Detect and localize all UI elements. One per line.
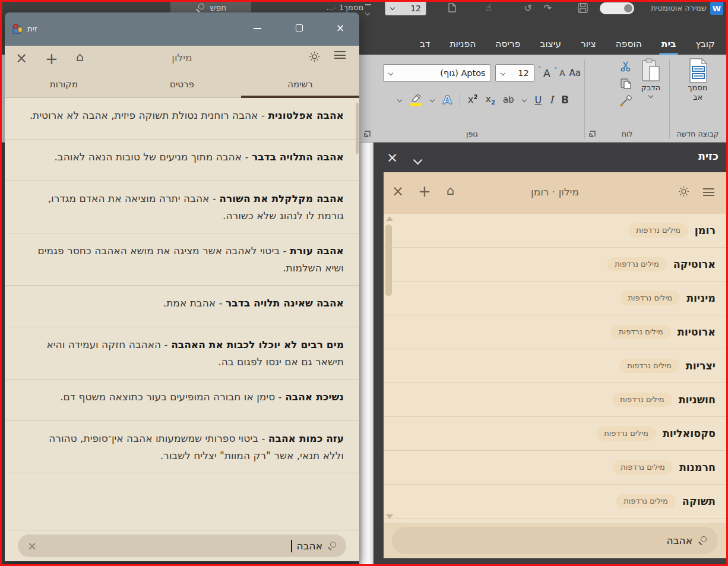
- cut-button[interactable]: [620, 61, 632, 72]
- tab-details[interactable]: פרטים: [123, 71, 241, 97]
- zayit-app-icon: [12, 24, 23, 34]
- menu-icon[interactable]: [334, 51, 346, 59]
- format-painter-button[interactable]: [619, 95, 632, 107]
- scroll-up-icon[interactable]: [386, 216, 393, 221]
- maximize-button[interactable]: [292, 22, 307, 34]
- paste-button[interactable]: הדבק: [641, 58, 661, 98]
- copy-icon: [620, 78, 632, 90]
- tab-references[interactable]: הפניות: [450, 39, 476, 49]
- definition-row[interactable]: עזה כמות אהבה - ביטוי ספרותי שמשמעותו אה…: [5, 421, 359, 473]
- highlight-chevron-icon[interactable]: [430, 98, 435, 102]
- synonyms-badge: מילים נרדפות: [596, 426, 656, 441]
- qat-overflow-icon[interactable]: [365, 4, 371, 18]
- font-dialog-launcher-icon[interactable]: [363, 131, 371, 138]
- font-size-combobox[interactable]: 12: [495, 64, 534, 82]
- synonym-word: סקסואליות: [663, 428, 716, 439]
- definition-row[interactable]: מים רבים לא יוכלו לכבות את האהבה - האהבה…: [5, 327, 359, 380]
- copy-button[interactable]: [620, 78, 632, 90]
- strikethrough-button[interactable]: ab: [503, 94, 514, 105]
- definition-row[interactable]: אהבה אפלטונית - אהבה רוחנית נטולת תשוקה …: [5, 98, 359, 140]
- tab-file[interactable]: קובץ: [695, 39, 715, 49]
- definition-term: מים רבים לא יוכלו לכבות את האהבה: [171, 339, 344, 350]
- definition-row[interactable]: אהבה עורת - ביטוי לאהבה אשר מציגה את מוש…: [5, 233, 359, 286]
- pane-toolbar: × + ⌂ מילון · רומן: [384, 172, 726, 214]
- scissors-icon: [620, 61, 632, 72]
- scrollbar-thumb[interactable]: [356, 103, 359, 154]
- zayit-toolbar-title: מילון: [5, 52, 359, 64]
- synonym-word: מיניות: [686, 292, 716, 304]
- change-case-button[interactable]: Aa: [569, 68, 581, 78]
- scrollbar-thumb[interactable]: [385, 224, 392, 296]
- synonym-row[interactable]: יצריות מילים נרדפות: [384, 349, 726, 383]
- clear-search-icon[interactable]: ×: [27, 539, 37, 552]
- ribbon-group-new: מסמך אב קבוצה חדשה: [670, 58, 726, 142]
- definition-text: - סימן או חבורה המופיעים בעור כתוצאה משט…: [60, 391, 282, 403]
- text-effects-button[interactable]: A: [443, 93, 452, 107]
- synonyms-badge: מילים נרדפות: [619, 359, 679, 373]
- pane-options-chevron-icon[interactable]: [414, 154, 422, 165]
- font-size-value: 12: [518, 68, 528, 78]
- superscript-button[interactable]: x2: [468, 94, 477, 105]
- touch-mode-icon[interactable]: ☝: [486, 2, 492, 13]
- tab-list[interactable]: רשימה: [241, 71, 359, 97]
- synonym-row[interactable]: סקסואליות מילים נרדפות: [384, 417, 726, 451]
- master-document-button[interactable]: מסמך אב: [687, 58, 708, 103]
- synonym-row[interactable]: רומן מילים נרדפות: [384, 214, 726, 248]
- grow-font-button[interactable]: A˄: [539, 67, 550, 80]
- zayit-titlebar[interactable]: זית ×: [5, 12, 359, 46]
- save-icon[interactable]: [578, 3, 588, 13]
- synonym-word: יצריות: [686, 360, 716, 372]
- tab-mailings[interactable]: דב: [420, 39, 430, 49]
- redo-icon[interactable]: ↷: [544, 2, 552, 14]
- pane-header: כזית ×: [374, 143, 726, 172]
- autosave-toggle[interactable]: [600, 2, 634, 14]
- theme-sun-icon[interactable]: [678, 186, 689, 197]
- synonym-row[interactable]: חרמנות מילים נרדפות: [384, 451, 726, 485]
- underline-chevron-icon[interactable]: [522, 98, 527, 102]
- close-pane-icon[interactable]: ×: [387, 150, 398, 165]
- synonym-row[interactable]: ארוטיקה מילים נרדפות: [384, 248, 726, 282]
- shrink-font-button[interactable]: A˅: [555, 68, 565, 78]
- theme-sun-icon[interactable]: [309, 51, 320, 62]
- synonym-word: רומן: [695, 224, 716, 236]
- undo-icon[interactable]: ↺: [524, 2, 532, 14]
- tab-layout[interactable]: פריסה: [495, 39, 520, 49]
- tab-design[interactable]: עיצוב: [540, 39, 561, 49]
- divider: [460, 93, 460, 107]
- synonym-row[interactable]: ארוטיות מילים נרדפות: [384, 315, 726, 349]
- zayit-window-title: זית: [27, 24, 37, 33]
- menu-icon[interactable]: [703, 188, 714, 196]
- paste-icon: [641, 58, 661, 83]
- definition-row[interactable]: נשיכת אהבה - סימן או חבורה המופיעים בעור…: [5, 380, 359, 421]
- subscript-button[interactable]: x2: [485, 93, 495, 106]
- tab-insert[interactable]: הוספה: [616, 39, 642, 49]
- synonyms-badge: מילים נרדפות: [616, 494, 676, 508]
- underline-button[interactable]: U: [535, 94, 542, 106]
- clipboard-dialog-launcher-icon[interactable]: [588, 131, 596, 138]
- format-painter-icon: [619, 95, 632, 107]
- zayit-search-value: אהבה: [297, 540, 322, 552]
- close-button[interactable]: ×: [333, 22, 348, 34]
- pane-search-input[interactable]: אהבה: [392, 527, 718, 554]
- tab-draw[interactable]: ציור: [581, 39, 596, 49]
- tab-home[interactable]: בית: [661, 39, 676, 49]
- zayit-search-input[interactable]: אהבה ×: [18, 535, 346, 557]
- synonym-row[interactable]: תשוקה מילים נרדפות: [384, 485, 726, 518]
- qat-font-size-box[interactable]: 12: [385, 1, 426, 15]
- synonym-row[interactable]: מיניות מילים נרדפות: [384, 282, 726, 315]
- synonym-row[interactable]: חושניות מילים נרדפות: [384, 383, 726, 417]
- font-name-combobox[interactable]: Aptos (גוף): [383, 64, 491, 82]
- tab-sources[interactable]: מקורות: [5, 71, 123, 97]
- scroll-down-icon[interactable]: [386, 514, 393, 519]
- minimize-button[interactable]: [249, 22, 265, 34]
- new-document-icon[interactable]: [448, 3, 456, 12]
- screen: W שמירה אוטומטית ↷ ↺ ☝ 12 מסמך1 -... חפש…: [0, 0, 728, 566]
- definition-row[interactable]: אהבה שאינה תלויה בדבר - אהבת אמת.: [5, 286, 359, 327]
- bold-button[interactable]: B: [561, 94, 569, 106]
- definition-row[interactable]: אהבה מקלקלת את השורה - אהבה יתרה מוציאה …: [5, 181, 359, 233]
- italic-button[interactable]: I: [549, 94, 553, 106]
- definition-row[interactable]: אהבה התלויה בדבר - אהבה מתוך מניעים של ט…: [5, 140, 359, 181]
- synonym-word: חושניות: [679, 394, 716, 406]
- fontcolor-chevron-icon[interactable]: [397, 98, 403, 102]
- highlight-button[interactable]: [410, 94, 422, 106]
